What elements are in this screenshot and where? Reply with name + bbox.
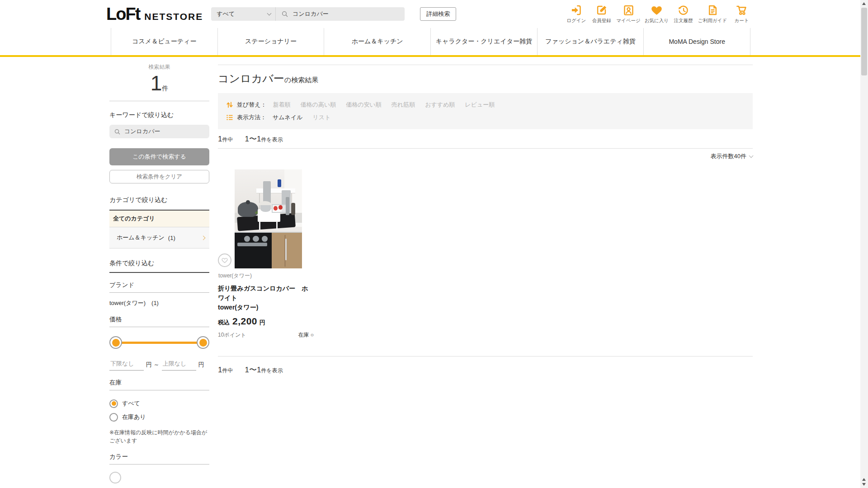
nav-item-home-kitchen[interactable]: ホーム＆キッチン	[324, 28, 430, 55]
price-max-input[interactable]: 上限なし	[162, 360, 196, 371]
stock-option-in-stock-label: 在庫あり	[122, 413, 146, 421]
sort-option-newest[interactable]: 新着順	[273, 99, 291, 111]
register-link[interactable]: 会員登録	[591, 4, 612, 24]
product-image[interactable]	[235, 169, 302, 268]
search-category-select[interactable]: すべて	[211, 7, 275, 21]
sort-option-price-high[interactable]: 価格の高い順	[301, 99, 336, 111]
clear-filter-button[interactable]: 検索条件をクリア	[109, 170, 209, 183]
result-range-unit: 件を表示	[261, 136, 283, 144]
radio-unselected-icon	[109, 413, 118, 422]
logo-main: LoFt	[106, 5, 140, 24]
guide-icon	[707, 4, 719, 16]
color-swatch-white[interactable]	[109, 472, 121, 483]
cart-link[interactable]: カート	[731, 4, 752, 24]
radio-selected-icon	[109, 399, 118, 408]
loft-logo[interactable]: LoFt NETSTORE	[106, 5, 203, 24]
login-label: ログイン	[566, 18, 586, 24]
product-card: tower(タワー) 折り畳みガスコンロカバー ホワイト tower(タワー) …	[218, 169, 314, 339]
order-history-icon	[677, 4, 689, 16]
scrollbar-thumb[interactable]	[861, 8, 867, 75]
page-title-suffix: の検索結果	[284, 76, 318, 84]
brand-filter-item[interactable]: tower(タワー) (1)	[109, 299, 209, 307]
price-min-input[interactable]: 下限なし	[109, 360, 144, 371]
nav-item-moma[interactable]: MoMA Design Store	[643, 28, 750, 55]
product-name-line2: tower(タワー)	[218, 303, 314, 312]
nav-item-stationery[interactable]: ステーショナリー	[217, 28, 324, 55]
result-total-unit: 件中	[222, 367, 233, 375]
scrollbar-up-icon-bottom[interactable]	[862, 478, 866, 481]
nav-item-character[interactable]: キャラクター・クリエイター雑貨	[430, 28, 537, 55]
loft-netstore-page: LoFt NETSTORE すべて コンロカバー 詳細検索	[0, 0, 868, 488]
per-page-label: 表示件数40件	[711, 152, 746, 160]
result-range-number: 1〜1	[245, 365, 261, 375]
result-summary-bottom: 1 件中 1〜1 件を表示	[218, 365, 753, 375]
sort-option-review[interactable]: レビュー順	[465, 99, 495, 111]
condition-filter-title: 条件で絞り込む	[109, 259, 209, 273]
order-history-label: 注文履歴	[674, 18, 693, 24]
scrollbar-up-icon[interactable]	[862, 2, 866, 5]
price-range-slider	[109, 336, 209, 349]
view-option-list[interactable]: リスト	[313, 112, 331, 123]
register-label: 会員登録	[592, 18, 611, 24]
cart-label: カート	[735, 18, 749, 24]
nav-item-fashion[interactable]: ファッション＆バラエティ雑貨	[537, 28, 644, 55]
search-icon	[114, 128, 121, 135]
sort-option-price-low[interactable]: 価格の安い順	[346, 99, 382, 111]
divider	[218, 148, 753, 149]
category-filter-title: カテゴリで絞り込む	[109, 196, 209, 204]
category-all-item[interactable]: 全てのカテゴリ	[109, 211, 209, 227]
apply-filter-button-top[interactable]: この条件で検索する	[109, 148, 209, 165]
result-count-number: 1	[151, 71, 162, 95]
price-slider-min-handle[interactable]	[109, 336, 122, 349]
stock-radio-group: すべて 在庫あり	[109, 397, 209, 424]
product-points: 10ポイント	[218, 331, 246, 339]
product-name[interactable]: 折り畳みガスコンロカバー ホワイト tower(タワー)	[218, 284, 314, 312]
result-total-number: 1	[218, 135, 222, 144]
price-mid-unit-label: 円 ～	[146, 361, 160, 371]
mypage-icon	[623, 4, 635, 16]
header: LoFt NETSTORE すべて コンロカバー 詳細検索	[0, 0, 868, 28]
page-title: コンロカバー の検索結果	[218, 71, 753, 86]
guide-link[interactable]: ご利用ガイド	[698, 4, 727, 24]
nav-item-cosme[interactable]: コスメ＆ビューティー	[111, 28, 217, 55]
header-search-input[interactable]: コンロカバー	[276, 7, 405, 21]
chevron-down-icon	[749, 154, 754, 158]
product-meta-line: 10ポイント 在庫 ○	[218, 331, 314, 339]
category-item-count: (1)	[168, 235, 175, 241]
favorite-button[interactable]	[218, 253, 231, 267]
product-stock: 在庫 ○	[298, 331, 314, 339]
chevron-down-icon	[267, 11, 272, 16]
search-query-text: コンロカバー	[292, 10, 329, 18]
category-item-home-kitchen[interactable]: ホーム＆キッチン (1)	[109, 227, 209, 249]
stock-option-in-stock[interactable]: 在庫あり	[109, 410, 209, 424]
category-nav: コスメ＆ビューティー ステーショナリー ホーム＆キッチン キャラクター・クリエイ…	[0, 28, 868, 57]
per-page-select[interactable]: 表示件数40件	[218, 152, 753, 160]
price-prefix: 税込	[218, 319, 230, 327]
login-link[interactable]: ログイン	[566, 4, 587, 24]
heart-outline-icon	[221, 257, 228, 264]
stock-option-all-label: すべて	[122, 399, 140, 408]
sort-option-recommended[interactable]: おすすめ順	[425, 99, 455, 111]
price-value: 2,200	[232, 316, 257, 327]
view-option-thumbnail[interactable]: サムネイル	[273, 112, 303, 123]
scrollbar[interactable]	[860, 0, 868, 488]
result-range-number: 1〜1	[245, 134, 261, 144]
main-panel: コンロカバー の検索結果 並び替え： 新着順 価格の高い順 価格の安い順 売れ筋…	[218, 57, 753, 375]
stock-option-all[interactable]: すべて	[109, 397, 209, 410]
scrollbar-down-icon[interactable]	[862, 483, 866, 486]
mypage-link[interactable]: マイページ	[616, 4, 640, 24]
order-history-link[interactable]: 注文履歴	[673, 4, 694, 24]
detail-search-button[interactable]: 詳細検索	[420, 7, 456, 21]
price-slider-max-handle[interactable]	[197, 336, 209, 349]
price-unit: 円	[259, 319, 265, 327]
view-list-icon	[226, 114, 233, 121]
view-label: 表示方法：	[237, 112, 266, 123]
favorites-label: お気に入り	[645, 18, 669, 24]
result-count-unit: 件	[162, 84, 168, 92]
keyword-filter-input[interactable]: コンロカバー	[109, 125, 209, 138]
stock-note: ※在庫情報の反映に時間がかかる場合がございます	[109, 428, 209, 445]
price-slider-track	[115, 342, 203, 344]
sort-option-best-selling[interactable]: 売れ筋順	[392, 99, 415, 111]
favorites-link[interactable]: お気に入り	[645, 4, 669, 24]
color-filter-title: カラー	[109, 453, 209, 465]
